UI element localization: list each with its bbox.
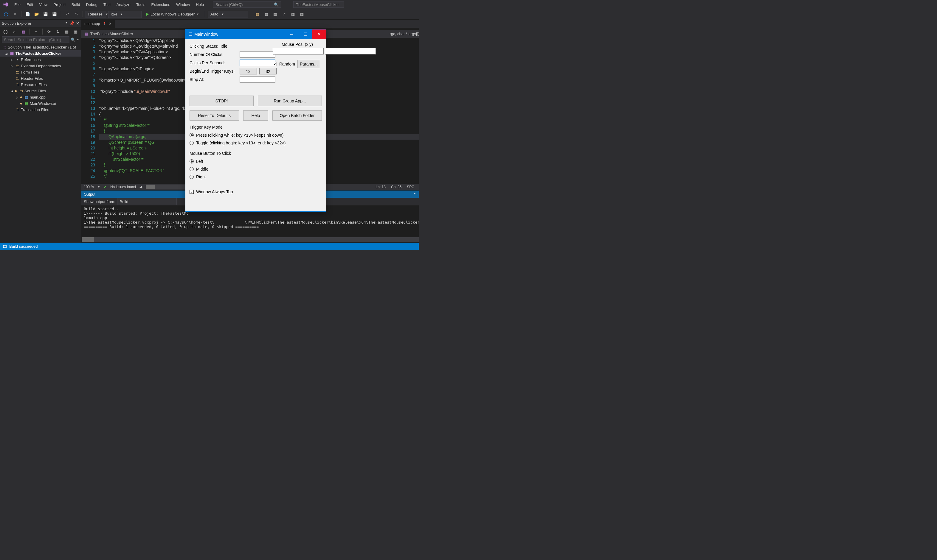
redo-icon[interactable]: ↷ xyxy=(73,11,80,18)
tb-icon-1[interactable]: ▦ xyxy=(254,11,261,18)
open-batch-button[interactable]: Open Batch Folder xyxy=(272,111,322,121)
breadcrumb-function[interactable]: rgc, char * argv[]) xyxy=(390,32,419,36)
search-box[interactable]: Search (Ctrl+Q) 🔍 xyxy=(213,1,281,8)
tb-icon-2[interactable]: ▦ xyxy=(262,11,270,18)
num-clicks-input[interactable] xyxy=(239,51,275,58)
search-icon[interactable]: 🔍 xyxy=(71,37,76,42)
tb-icon-4[interactable]: ↗ xyxy=(281,11,288,18)
cps-input[interactable] xyxy=(239,60,275,66)
expand-icon[interactable]: ▷ xyxy=(11,58,14,62)
save-icon[interactable]: 💾 xyxy=(42,11,49,18)
params-button[interactable]: Params... xyxy=(298,60,320,68)
solution-root[interactable]: ⬚ Solution 'TheFastestMouseClicker' (1 o… xyxy=(0,44,81,50)
close-button[interactable]: ✕ xyxy=(312,29,326,39)
open-icon[interactable]: 📂 xyxy=(33,11,40,18)
always-top-checkbox[interactable]: ✓ xyxy=(190,190,194,194)
menu-window[interactable]: Window xyxy=(173,1,193,8)
show-all-icon[interactable]: ▦ xyxy=(72,28,79,35)
radio-toggle[interactable]: Toggle (clicking begin: key <13>, end: k… xyxy=(190,139,322,147)
new-item-icon[interactable]: 📄 xyxy=(24,11,31,18)
menu-test[interactable]: Test xyxy=(100,1,114,8)
solution-search-input[interactable] xyxy=(2,36,69,43)
tb-icon-6[interactable]: ▦ xyxy=(298,11,306,18)
save-all-icon[interactable]: 💾 xyxy=(51,11,58,18)
maximize-button[interactable]: ☐ xyxy=(299,29,312,39)
expand-icon[interactable]: ▷ xyxy=(16,96,19,99)
radio-middle[interactable]: Middle xyxy=(190,165,322,173)
radio-right[interactable]: Right xyxy=(190,173,322,181)
minimize-button[interactable]: ─ xyxy=(285,29,299,39)
refresh-icon[interactable]: ↻ xyxy=(54,28,62,35)
menu-file[interactable]: File xyxy=(11,1,23,8)
trigger-key1[interactable]: 13 xyxy=(239,68,257,74)
menu-view[interactable]: View xyxy=(36,1,50,8)
nav-fwd-icon[interactable]: ▾ xyxy=(11,11,19,18)
switch-view-icon[interactable]: ▦ xyxy=(20,28,27,35)
sync-icon[interactable]: ⟳ xyxy=(45,28,52,35)
pin-icon[interactable]: 📌 xyxy=(418,192,419,197)
reset-button[interactable]: Reset To Defaults xyxy=(190,111,239,121)
undo-icon[interactable]: ↶ xyxy=(64,11,71,18)
zoom-level[interactable]: 100 % xyxy=(84,185,94,189)
radio-press[interactable]: Press (clicking while: key <13> keeps hi… xyxy=(190,131,322,139)
nav-back-icon[interactable]: ◯ xyxy=(2,11,9,18)
run-group-button[interactable]: Run Group App... xyxy=(258,95,322,106)
project-name-box[interactable]: TheFastestMouseClicker xyxy=(293,1,344,8)
chevron-down-icon[interactable]: ▼ xyxy=(97,186,100,188)
expand-icon[interactable]: ▷ xyxy=(11,65,14,68)
auto-dropdown[interactable]: Auto▼ xyxy=(208,11,248,18)
help-button[interactable]: Help xyxy=(243,111,268,121)
menu-tools[interactable]: Tools xyxy=(133,1,148,8)
config-dropdown[interactable]: Release▼ xyxy=(85,11,107,18)
expand-icon[interactable]: ◢ xyxy=(11,89,14,92)
translation-files-node[interactable]: 🗀Translation Files xyxy=(0,106,81,113)
nav-left-icon[interactable]: ◀ xyxy=(139,185,142,189)
panel-dropdown-icon[interactable]: ▼ xyxy=(65,21,68,26)
editor-tab-main-cpp[interactable]: main.cpp 📍 ✕ xyxy=(81,20,115,28)
header-files-node[interactable]: 🗀Header Files xyxy=(0,75,81,82)
start-debug-button[interactable]: Local Windows Debugger▼ xyxy=(144,11,202,17)
chevron-down-icon[interactable]: ▼ xyxy=(414,192,416,197)
home-icon[interactable]: ⌂ xyxy=(11,28,18,35)
mainwindow-ui-node[interactable]: ▦MainWindow.ui xyxy=(0,100,81,106)
menu-extensions[interactable]: Extensions xyxy=(148,1,173,8)
tb-icon-5[interactable]: ▦ xyxy=(289,11,296,18)
random-checkbox[interactable]: ✓ xyxy=(273,62,277,66)
menu-analyze[interactable]: Analyze xyxy=(114,1,133,8)
menu-debug[interactable]: Debug xyxy=(83,1,100,8)
pending-icon[interactable]: ⚬ xyxy=(32,28,40,35)
issues-label[interactable]: No issues found xyxy=(110,185,136,189)
source-files-node[interactable]: ◢🗀Source Files xyxy=(0,88,81,94)
breadcrumb-project[interactable]: TheFastestMouseClicker xyxy=(90,32,133,36)
expand-icon[interactable]: ◢ xyxy=(5,52,8,55)
output-scrollbar-horizontal[interactable] xyxy=(82,237,419,242)
menu-help[interactable]: Help xyxy=(193,1,207,8)
pin-icon[interactable]: 📌 xyxy=(69,21,74,26)
stop-at-input[interactable] xyxy=(239,76,275,83)
trigger-key2[interactable]: 32 xyxy=(259,68,276,74)
chevron-down-icon[interactable]: ▼ xyxy=(77,38,79,41)
mouse-y-input[interactable] xyxy=(325,48,376,54)
tb-icon-3[interactable]: ▦ xyxy=(272,11,279,18)
menu-build[interactable]: Build xyxy=(68,1,83,8)
form-files-node[interactable]: 🗀Form Files xyxy=(0,69,81,75)
external-deps-node[interactable]: ▷🗀External Dependencies xyxy=(0,63,81,69)
project-node[interactable]: ◢ ▦ TheFastestMouseClicker xyxy=(0,50,81,57)
close-icon[interactable]: ✕ xyxy=(108,22,112,26)
mouse-x-input[interactable] xyxy=(273,48,324,54)
main-cpp-node[interactable]: ▷▦main.cpp xyxy=(0,94,81,100)
output-source-dropdown[interactable]: Build xyxy=(117,198,177,205)
close-icon[interactable]: ✕ xyxy=(76,21,79,26)
home-icon[interactable]: ◯ xyxy=(2,28,9,35)
menu-project[interactable]: Project xyxy=(50,1,68,8)
platform-dropdown[interactable]: x64▼ xyxy=(108,11,142,18)
menu-edit[interactable]: Edit xyxy=(23,1,36,8)
references-node[interactable]: ▷▪References xyxy=(0,57,81,63)
radio-left[interactable]: Left xyxy=(190,157,322,165)
pin-icon[interactable]: 📍 xyxy=(102,22,106,25)
resource-files-node[interactable]: 🗀Resource Files xyxy=(0,82,81,88)
app-titlebar[interactable]: 🗔 MainWindow ─ ☐ ✕ xyxy=(185,29,326,39)
collapse-icon[interactable]: ▦ xyxy=(63,28,70,35)
always-top-row[interactable]: ✓ Window Always Top xyxy=(190,188,322,195)
stop-button[interactable]: STOP! xyxy=(190,95,254,106)
